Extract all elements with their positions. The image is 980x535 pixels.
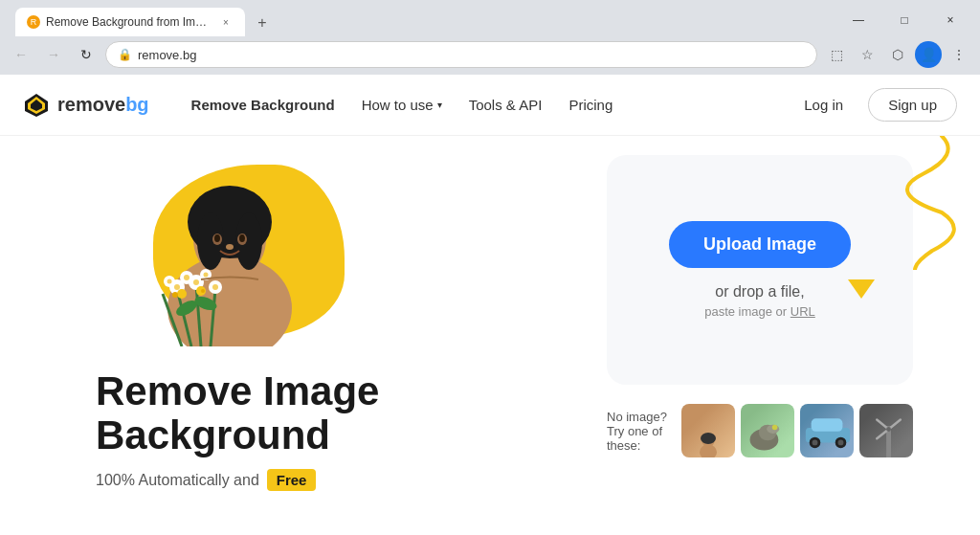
- window-controls: — □ ×: [836, 7, 972, 33]
- svg-point-30: [184, 275, 189, 280]
- svg-point-47: [813, 440, 818, 446]
- refresh-button[interactable]: ↻: [73, 41, 100, 68]
- main-content: Remove Image Background 100% Automatical…: [0, 136, 980, 502]
- svg-point-31: [204, 273, 209, 278]
- svg-point-28: [193, 279, 199, 285]
- sample-images: [681, 404, 913, 457]
- logo[interactable]: removebg: [23, 92, 149, 119]
- cast-button[interactable]: ⬚: [823, 41, 850, 68]
- logo-icon: [23, 92, 50, 119]
- browser-chrome: R Remove Background from Ima… × + — □ × …: [0, 0, 980, 75]
- svg-point-26: [174, 284, 180, 290]
- maximize-button[interactable]: □: [882, 7, 926, 33]
- svg-point-35: [201, 289, 205, 293]
- hero-title: Remove Image Background: [96, 369, 559, 457]
- bookmark-button[interactable]: ☆: [854, 41, 880, 68]
- new-tab-button[interactable]: +: [249, 10, 276, 36]
- nav-pricing[interactable]: Pricing: [557, 89, 624, 121]
- title-bar: R Remove Background from Ima… × + — □ ×: [0, 0, 980, 34]
- forward-button[interactable]: →: [40, 41, 67, 68]
- profile-avatar: 👤: [915, 41, 942, 68]
- triangle-decoration: [848, 279, 875, 299]
- hero-section: Remove Image Background 100% Automatical…: [96, 155, 559, 491]
- tabs-bar: R Remove Background from Ima… × +: [8, 4, 283, 36]
- svg-point-13: [226, 244, 234, 250]
- nav-actions: Log in Sign up: [789, 88, 957, 122]
- main-nav: removebg Remove Background How to use ▾ …: [0, 75, 980, 136]
- extensions-button[interactable]: ⬡: [884, 41, 911, 68]
- sample-image-car[interactable]: [800, 404, 854, 457]
- svg-point-53: [886, 427, 891, 432]
- squiggle-decoration: [865, 136, 970, 270]
- logo-text: removebg: [57, 94, 149, 116]
- profile-button[interactable]: 👤: [915, 41, 942, 68]
- tab-close-btn[interactable]: ×: [218, 14, 234, 30]
- close-button[interactable]: ×: [928, 7, 972, 33]
- sample-section: No image? Try one of these:: [607, 404, 913, 457]
- nav-tools-api[interactable]: Tools & API: [457, 89, 554, 121]
- toolbar-actions: ⬚ ☆ ⬡ 👤 ⋮: [823, 41, 972, 68]
- svg-point-42: [772, 425, 778, 431]
- tab-favicon: R: [27, 15, 40, 29]
- lock-icon: 🔒: [118, 48, 132, 61]
- menu-button[interactable]: ⋮: [946, 41, 972, 68]
- svg-point-48: [838, 440, 844, 446]
- hero-image-container: [96, 155, 364, 346]
- page-content: removebg Remove Background How to use ▾ …: [0, 75, 980, 502]
- paste-text: paste image or URL: [704, 304, 815, 319]
- address-input[interactable]: 🔒 remove.bg: [105, 41, 817, 68]
- svg-point-38: [701, 433, 716, 444]
- sample-row: No image? Try one of these:: [607, 404, 913, 457]
- free-badge: Free: [267, 469, 317, 491]
- nav-remove-background[interactable]: Remove Background: [180, 89, 346, 121]
- try-label: Try one of these:: [607, 424, 670, 453]
- svg-point-34: [172, 292, 178, 298]
- login-button[interactable]: Log in: [789, 89, 858, 121]
- drop-text: or drop a file,: [715, 283, 804, 301]
- svg-point-32: [177, 289, 187, 299]
- no-image-text: No image? Try one of these:: [607, 410, 670, 453]
- svg-point-29: [212, 284, 218, 290]
- sample-image-person[interactable]: [681, 404, 735, 457]
- nav-how-to-use[interactable]: How to use ▾: [350, 89, 454, 121]
- address-text: remove.bg: [138, 48, 805, 62]
- tab-title: Remove Background from Ima…: [46, 15, 212, 29]
- no-image-label: No image?: [607, 410, 670, 424]
- back-button[interactable]: ←: [8, 41, 34, 68]
- upload-image-button[interactable]: Upload Image: [669, 221, 851, 268]
- hero-subtitle: 100% Automatically and Free: [96, 469, 559, 491]
- svg-point-27: [167, 279, 172, 284]
- dropdown-chevron-icon: ▾: [437, 100, 442, 110]
- sample-image-windmill[interactable]: [859, 404, 913, 457]
- nav-links: Remove Background How to use ▾ Tools & A…: [180, 89, 790, 121]
- url-link[interactable]: URL: [791, 304, 815, 319]
- hero-image: [115, 155, 345, 346]
- svg-point-12: [239, 234, 245, 242]
- address-bar: ← → ↻ 🔒 remove.bg ⬚ ☆ ⬡ 👤 ⋮: [0, 34, 980, 75]
- svg-rect-44: [812, 418, 843, 432]
- svg-point-11: [214, 234, 220, 242]
- active-tab[interactable]: R Remove Background from Ima… ×: [15, 8, 245, 36]
- sample-image-animal[interactable]: [741, 404, 794, 457]
- signup-button[interactable]: Sign up: [868, 88, 957, 122]
- upload-section: Upload Image or drop a file, paste image…: [597, 155, 923, 457]
- minimize-button[interactable]: —: [836, 7, 880, 33]
